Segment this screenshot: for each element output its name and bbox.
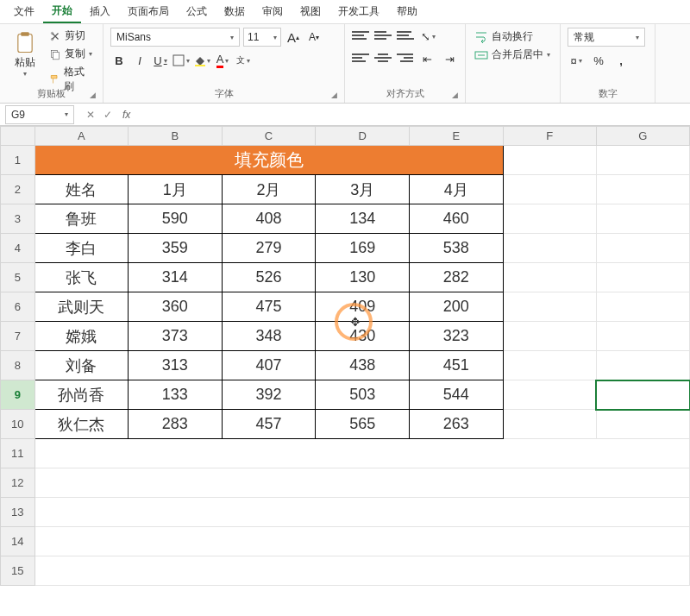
row-head-2[interactable]: 2 bbox=[1, 175, 35, 204]
cut-button[interactable]: 剪切 bbox=[47, 28, 96, 44]
increase-indent-button[interactable]: ⇥ bbox=[441, 50, 458, 67]
col-head-E[interactable]: E bbox=[410, 127, 504, 146]
copy-button[interactable]: 复制 ▾ bbox=[47, 46, 96, 62]
fill-color-button[interactable] bbox=[193, 52, 210, 69]
cell-A10[interactable]: 狄仁杰 bbox=[34, 410, 128, 439]
cell-G10[interactable] bbox=[596, 410, 689, 439]
phonetic-button[interactable]: 文 bbox=[235, 52, 252, 69]
cell-C8[interactable]: 407 bbox=[222, 351, 316, 380]
col-head-F[interactable]: F bbox=[503, 127, 596, 146]
tab-developer[interactable]: 开发工具 bbox=[329, 1, 388, 22]
cell-B4[interactable]: 359 bbox=[128, 234, 222, 263]
cell-D8[interactable]: 438 bbox=[316, 351, 410, 380]
cell-C3[interactable]: 408 bbox=[222, 204, 316, 234]
cell-A2[interactable]: 姓名 bbox=[34, 175, 128, 204]
cell-A5[interactable]: 张飞 bbox=[34, 263, 128, 292]
row-11-cells[interactable] bbox=[34, 439, 689, 468]
row-13-cells[interactable] bbox=[34, 498, 689, 527]
row-head-15[interactable]: 15 bbox=[1, 556, 35, 586]
row-head-14[interactable]: 14 bbox=[1, 527, 35, 556]
cell-F3[interactable] bbox=[503, 204, 596, 234]
row-head-3[interactable]: 3 bbox=[1, 204, 35, 234]
cell-B7[interactable]: 373 bbox=[128, 322, 222, 351]
grow-font-button[interactable]: A▴ bbox=[285, 28, 302, 46]
cell-D9[interactable]: 503 bbox=[316, 380, 410, 410]
cell-A6[interactable]: 武则天 bbox=[34, 292, 128, 322]
align-center-button[interactable] bbox=[374, 50, 392, 66]
cell-G9[interactable] bbox=[596, 380, 689, 410]
row-head-5[interactable]: 5 bbox=[1, 263, 35, 292]
cell-G6[interactable] bbox=[596, 292, 689, 322]
currency-button[interactable]: ¤ bbox=[568, 52, 585, 69]
cell-G4[interactable] bbox=[596, 234, 689, 263]
wrap-text-button[interactable]: 自动换行 bbox=[473, 28, 553, 46]
shrink-font-button[interactable]: A▾ bbox=[305, 28, 323, 46]
cell-F4[interactable] bbox=[503, 234, 596, 263]
name-box[interactable]: G9 ▾ bbox=[5, 105, 74, 124]
cell-A7[interactable]: 嫦娥 bbox=[34, 322, 128, 351]
cell-E6[interactable]: 200 bbox=[410, 292, 504, 322]
select-all-corner[interactable] bbox=[1, 127, 35, 146]
align-top-button[interactable] bbox=[352, 28, 369, 43]
cell-F9[interactable] bbox=[503, 380, 596, 410]
cell-G8[interactable] bbox=[596, 351, 689, 380]
cell-A4[interactable]: 李白 bbox=[34, 234, 128, 263]
cell-C5[interactable]: 526 bbox=[222, 263, 316, 292]
cell-C6[interactable]: 475 bbox=[222, 292, 316, 322]
merge-center-button[interactable]: 合并后居中 ▾ bbox=[473, 46, 553, 64]
row-15-cells[interactable] bbox=[34, 556, 689, 586]
col-head-G[interactable]: G bbox=[596, 127, 689, 146]
percent-button[interactable]: % bbox=[590, 52, 607, 69]
align-middle-button[interactable] bbox=[374, 28, 392, 43]
cell-E2[interactable]: 4月 bbox=[410, 175, 504, 204]
tab-insert[interactable]: 插入 bbox=[81, 1, 119, 22]
cell-D3[interactable]: 134 bbox=[316, 204, 410, 234]
font-size-combo[interactable]: 11 ▾ bbox=[243, 28, 281, 47]
cell-F8[interactable] bbox=[503, 351, 596, 380]
grid[interactable]: A B C D E F G 1 填充颜色 2 姓名 1月 2月 3月 4月 3 … bbox=[0, 126, 690, 586]
tab-file[interactable]: 文件 bbox=[5, 1, 43, 22]
cell-D2[interactable]: 3月 bbox=[316, 175, 410, 204]
italic-button[interactable]: I bbox=[131, 52, 148, 69]
font-name-combo[interactable]: MiSans ▾ bbox=[110, 28, 240, 47]
tab-help[interactable]: 帮助 bbox=[388, 1, 426, 22]
accept-formula-button[interactable]: ✓ bbox=[100, 109, 116, 121]
col-head-B[interactable]: B bbox=[128, 127, 222, 146]
cell-E4[interactable]: 538 bbox=[410, 234, 504, 263]
clipboard-dialog-launcher[interactable]: ◢ bbox=[90, 91, 100, 101]
cell-D4[interactable]: 169 bbox=[316, 234, 410, 263]
align-dialog-launcher[interactable]: ◢ bbox=[452, 91, 462, 101]
paste-button[interactable]: 粘贴 ▾ bbox=[7, 28, 44, 81]
col-head-A[interactable]: A bbox=[34, 127, 128, 146]
orientation-button[interactable]: ⤡ bbox=[419, 28, 436, 45]
row-head-6[interactable]: 6 bbox=[1, 292, 35, 322]
row-12-cells[interactable] bbox=[34, 468, 689, 498]
row-14-cells[interactable] bbox=[34, 527, 689, 556]
row-head-4[interactable]: 4 bbox=[1, 234, 35, 263]
row-head-9[interactable]: 9 bbox=[1, 380, 35, 410]
tab-page-layout[interactable]: 页面布局 bbox=[119, 1, 178, 22]
cell-F6[interactable] bbox=[503, 292, 596, 322]
cell-B2[interactable]: 1月 bbox=[128, 175, 222, 204]
row-head-1[interactable]: 1 bbox=[1, 146, 35, 175]
decrease-indent-button[interactable]: ⇤ bbox=[418, 50, 436, 67]
cell-G3[interactable] bbox=[596, 204, 689, 234]
comma-button[interactable]: , bbox=[612, 52, 630, 69]
cell-F10[interactable] bbox=[503, 410, 596, 439]
cell-C10[interactable]: 457 bbox=[222, 410, 316, 439]
number-format-combo[interactable]: 常规 ▾ bbox=[568, 28, 645, 47]
formula-input[interactable] bbox=[134, 105, 690, 124]
row-head-11[interactable]: 11 bbox=[1, 439, 35, 468]
cell-E8[interactable]: 451 bbox=[410, 351, 504, 380]
align-left-button[interactable] bbox=[352, 50, 369, 66]
row-head-7[interactable]: 7 bbox=[1, 322, 35, 351]
row-head-12[interactable]: 12 bbox=[1, 468, 35, 498]
align-bottom-button[interactable] bbox=[397, 28, 414, 43]
cancel-formula-button[interactable]: ✕ bbox=[83, 109, 98, 121]
tab-view[interactable]: 视图 bbox=[292, 1, 329, 22]
cell-B3[interactable]: 590 bbox=[128, 204, 222, 234]
bold-button[interactable]: B bbox=[110, 52, 128, 69]
cell-E5[interactable]: 282 bbox=[410, 263, 504, 292]
col-head-D[interactable]: D bbox=[316, 127, 410, 146]
align-right-button[interactable] bbox=[397, 50, 414, 66]
